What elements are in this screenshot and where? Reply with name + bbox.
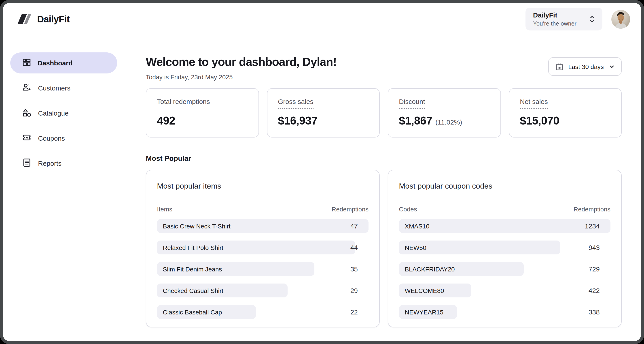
redemptions-column-header: Redemptions xyxy=(332,206,368,213)
calendar-icon xyxy=(555,62,564,71)
stat-value: $1,867 xyxy=(399,114,432,127)
row-value: 22 xyxy=(350,305,358,319)
app-surface: DailyFit DailyFit You’re the owner xyxy=(3,3,641,341)
row-value: 943 xyxy=(588,241,600,254)
sidebar-item-customers[interactable]: Customers xyxy=(10,78,117,99)
table-row: Checked Casual Shirt 29 xyxy=(157,283,368,297)
brand-logo: DailyFit xyxy=(18,14,70,25)
row-bar: WELCOME80 xyxy=(399,283,471,297)
popular-codes-title: Most popular coupon codes xyxy=(399,182,610,191)
account-name: DailyFit xyxy=(533,11,576,19)
dashboard-icon xyxy=(22,58,31,68)
popular-items-rows: Basic Crew Neck T-Shirt 47 Relaxed Fit P… xyxy=(157,219,368,319)
account-switcher[interactable]: DailyFit You’re the owner xyxy=(526,8,602,31)
redemptions-column-header: Redemptions xyxy=(574,206,610,213)
sidebar-item-label: Dashboard xyxy=(38,59,73,67)
popular-items-card: Most popular items Items Redemptions xyxy=(146,170,380,327)
table-row: NEWYEAR15 338 xyxy=(399,305,610,319)
row-value: 29 xyxy=(350,283,358,297)
catalogue-icon xyxy=(22,107,32,119)
account-role: You’re the owner xyxy=(533,20,576,27)
stat-value: 492 xyxy=(157,114,175,127)
sidebar-item-dashboard[interactable]: Dashboard xyxy=(10,52,117,73)
items-column-header: Items xyxy=(157,206,172,213)
stat-label[interactable]: Total redemptions xyxy=(157,98,210,109)
row-bar: NEWYEAR15 xyxy=(399,305,457,319)
row-value: 729 xyxy=(588,262,600,276)
stat-label[interactable]: Net sales xyxy=(520,98,548,109)
stat-card-gross-sales: Gross sales $16,937 xyxy=(267,88,380,137)
row-label: NEW50 xyxy=(405,244,426,251)
body-row: Dashboard Customers xyxy=(3,35,641,341)
top-bar: DailyFit DailyFit You’re the owner xyxy=(3,3,641,35)
welcome-row: Welcome to your dashboard, Dylan! Today … xyxy=(146,55,622,81)
row-label: Basic Crew Neck T-Shirt xyxy=(163,222,230,230)
sidebar-item-label: Reports xyxy=(38,159,62,167)
chevron-down-icon xyxy=(608,63,616,70)
brand-name: DailyFit xyxy=(37,14,70,25)
row-label: WELCOME80 xyxy=(405,287,444,294)
main-content: Welcome to your dashboard, Dylan! Today … xyxy=(124,35,641,341)
popular-codes-card: Most popular coupon codes Codes Redempti… xyxy=(388,170,622,327)
section-title: Most Popular xyxy=(146,154,622,162)
stat-card-discount: Discount $1,867 (11.02%) xyxy=(388,88,501,137)
row-bar: Basic Crew Neck T-Shirt xyxy=(157,219,368,233)
user-avatar[interactable] xyxy=(611,10,630,29)
stat-label[interactable]: Gross sales xyxy=(278,98,313,109)
table-row: Slim Fit Denim Jeans 35 xyxy=(157,262,368,276)
sidebar: Dashboard Customers xyxy=(3,35,124,341)
popular-codes-rows: XMAS10 1234 NEW50 94 xyxy=(399,219,610,319)
row-value: 338 xyxy=(588,305,600,319)
row-value: 1234 xyxy=(585,219,600,233)
row-value: 47 xyxy=(350,219,358,233)
row-label: NEWYEAR15 xyxy=(405,308,444,315)
table-row: Classic Baseball Cap 22 xyxy=(157,305,368,319)
avatar-photo xyxy=(611,10,630,29)
date-line: Today is Friday, 23rd May 2025 xyxy=(146,73,336,81)
reports-icon xyxy=(22,158,32,169)
page-title: Welcome to your dashboard, Dylan! xyxy=(146,55,336,69)
sidebar-item-reports[interactable]: Reports xyxy=(10,153,117,174)
stat-value: $15,070 xyxy=(520,114,560,127)
row-label: Slim Fit Denim Jeans xyxy=(163,265,222,273)
row-label: XMAS10 xyxy=(405,222,430,230)
row-label: BLACKFRIDAY20 xyxy=(405,265,455,273)
popular-items-title: Most popular items xyxy=(157,182,368,191)
date-range-label: Last 30 days xyxy=(568,63,604,70)
codes-column-header: Codes xyxy=(399,206,417,213)
window-frame: DailyFit DailyFit You’re the owner xyxy=(0,0,644,344)
sidebar-item-catalogue[interactable]: Catalogue xyxy=(10,103,117,124)
unfold-more-icon xyxy=(588,14,596,24)
row-bar: Classic Baseball Cap xyxy=(157,305,256,319)
table-row: Basic Crew Neck T-Shirt 47 xyxy=(157,219,368,233)
stat-value: $16,937 xyxy=(278,114,318,127)
app-window: DailyFit DailyFit You’re the owner xyxy=(0,0,644,344)
row-label: Checked Casual Shirt xyxy=(163,287,224,294)
row-bar: XMAS10 xyxy=(399,219,610,233)
table-row: BLACKFRIDAY20 729 xyxy=(399,262,610,276)
sidebar-item-coupons[interactable]: Coupons xyxy=(10,128,117,149)
header-right: DailyFit You’re the owner xyxy=(526,8,630,31)
row-bar: BLACKFRIDAY20 xyxy=(399,262,524,276)
welcome-block: Welcome to your dashboard, Dylan! Today … xyxy=(146,55,336,81)
stats-row: Total redemptions 492 Gross sales $ xyxy=(146,88,622,137)
sidebar-item-label: Catalogue xyxy=(38,109,69,117)
row-bar: Checked Casual Shirt xyxy=(157,283,288,297)
sidebar-item-label: Customers xyxy=(38,84,70,92)
customers-icon xyxy=(22,82,32,94)
row-value: 44 xyxy=(350,241,358,254)
table-row: XMAS10 1234 xyxy=(399,219,610,233)
row-value: 422 xyxy=(588,283,600,297)
brand-logo-icon xyxy=(18,14,33,24)
stat-card-total-redemptions: Total redemptions 492 xyxy=(146,88,259,137)
row-bar: Slim Fit Denim Jeans xyxy=(157,262,314,276)
row-value: 35 xyxy=(350,262,358,276)
stat-note: (11.02%) xyxy=(435,118,462,126)
coupons-icon xyxy=(22,133,32,144)
table-row: Relaxed Fit Polo Shirt 44 xyxy=(157,241,368,254)
sidebar-item-label: Coupons xyxy=(38,134,65,142)
table-row: WELCOME80 422 xyxy=(399,283,610,297)
stat-label[interactable]: Discount xyxy=(399,98,425,109)
date-range-dropdown[interactable]: Last 30 days xyxy=(548,57,622,76)
row-label: Classic Baseball Cap xyxy=(163,308,222,315)
